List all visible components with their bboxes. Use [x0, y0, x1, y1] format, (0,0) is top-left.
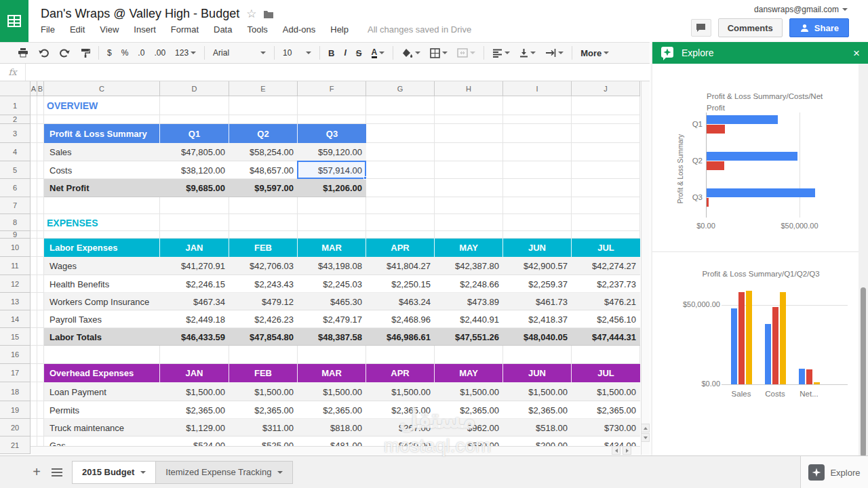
row-header[interactable]: 5	[0, 161, 31, 179]
cell[interactable]: Truck maintenance	[44, 419, 160, 436]
cell[interactable]: $47,854.80	[229, 328, 298, 346]
cell[interactable]: $9,597.00	[229, 179, 298, 197]
cell[interactable]: $46,986.61	[366, 328, 435, 346]
vertical-scrollbar[interactable]	[641, 81, 650, 455]
redo-button[interactable]	[59, 48, 71, 58]
cell[interactable]: $479.12	[229, 293, 298, 310]
explore-button[interactable]: Explore	[800, 456, 868, 488]
vertical-align-button[interactable]	[519, 48, 536, 58]
column-header[interactable]: B	[37, 81, 44, 96]
table-header-cell[interactable]: Profit & Loss Summary	[44, 124, 160, 143]
cell[interactable]: $518.00	[503, 419, 572, 436]
menu-edit[interactable]: Edit	[70, 24, 85, 35]
table-header-cell[interactable]: JAN	[160, 364, 229, 382]
row-header[interactable]: 6	[0, 179, 31, 197]
bold-button[interactable]: B	[328, 48, 334, 58]
sheet-tab-itemized-expense-tracking[interactable]: Itemized Expense Tracking	[156, 461, 293, 484]
menu-format[interactable]: Format	[171, 24, 199, 35]
table-header-cell[interactable]: Q1	[160, 124, 229, 143]
cell[interactable]: $1,206.00	[298, 179, 366, 197]
cell[interactable]: $42,706.03	[229, 257, 298, 275]
cell[interactable]: $2,468.96	[366, 310, 435, 328]
cell[interactable]: $2,440.91	[435, 310, 503, 328]
table-header-cell[interactable]: Q3	[298, 124, 366, 143]
cell[interactable]: $59,120.00	[298, 143, 366, 161]
row-header[interactable]: 11	[0, 257, 31, 275]
cell[interactable]: $42,387.80	[435, 257, 503, 275]
cell[interactable]: $267.00	[366, 419, 435, 436]
table-header-cell[interactable]: FEB	[229, 239, 298, 257]
scroll-left-button[interactable]	[612, 446, 620, 455]
cell[interactable]: $38,120.00	[160, 161, 229, 179]
cell[interactable]: $1,129.00	[160, 419, 229, 436]
table-header-cell[interactable]: APR	[366, 364, 435, 382]
scroll-down-button[interactable]	[641, 433, 650, 442]
column-header[interactable]: J	[572, 81, 640, 96]
menu-view[interactable]: View	[100, 24, 119, 35]
horizontal-align-button[interactable]	[492, 49, 510, 58]
row-header[interactable]: 16	[0, 346, 31, 364]
table-header-cell[interactable]: JUN	[503, 364, 572, 382]
row-header[interactable]: 17	[0, 364, 31, 382]
cell[interactable]: $2,243.43	[229, 275, 298, 293]
cell[interactable]: $1,500.00	[298, 382, 366, 401]
table-header-cell[interactable]: JUL	[572, 239, 640, 257]
table-header-cell[interactable]: MAR	[298, 364, 366, 382]
scroll-right-button[interactable]	[623, 446, 631, 455]
cell[interactable]: $2,365.00	[366, 401, 435, 419]
cell[interactable]: $1,500.00	[503, 382, 572, 401]
cell[interactable]: Health Benefits	[44, 275, 160, 293]
cell[interactable]: Labor Totals	[44, 328, 160, 346]
cell[interactable]: $1,500.00	[229, 382, 298, 401]
table-header-cell[interactable]: FEB	[229, 364, 298, 382]
spreadsheet-grid[interactable]: OVERVIEWProfit & Loss SummaryQ1Q2Q3Sales…	[0, 81, 650, 455]
close-icon[interactable]: ×	[853, 47, 860, 59]
column-header[interactable]: E	[229, 81, 298, 96]
cell[interactable]: $41,270.91	[160, 257, 229, 275]
cell[interactable]: $48,657.00	[229, 161, 298, 179]
text-wrap-button[interactable]	[545, 49, 564, 57]
save-status[interactable]: All changes saved in Drive	[368, 24, 471, 35]
cell[interactable]: Wages	[44, 257, 160, 275]
row-header[interactable]: 13	[0, 293, 31, 310]
cell[interactable]: $1,500.00	[160, 382, 229, 401]
cell[interactable]: $1,500.00	[572, 382, 640, 401]
font-size-select[interactable]: 10	[283, 48, 311, 58]
cell[interactable]: $2,426.23	[229, 310, 298, 328]
more-button[interactable]: More	[580, 48, 609, 58]
column-header[interactable]: I	[503, 81, 572, 96]
cell[interactable]: $473.89	[435, 293, 503, 310]
strikethrough-button[interactable]: S	[356, 48, 362, 58]
table-header-cell[interactable]: Q2	[229, 124, 298, 143]
cell[interactable]: $42,900.57	[503, 257, 572, 275]
cell[interactable]: $476.21	[572, 293, 640, 310]
explore-scrollbar[interactable]	[859, 64, 868, 455]
folder-icon[interactable]	[263, 9, 274, 18]
italic-button[interactable]: I	[344, 48, 346, 58]
cell[interactable]: $818.00	[298, 419, 366, 436]
decrease-decimal-button[interactable]: .0	[138, 48, 144, 58]
cell[interactable]: Loan Payment	[44, 382, 160, 401]
cell[interactable]: Workers Comp Insurance	[44, 293, 160, 310]
table-header-cell[interactable]: MAY	[435, 239, 503, 257]
menu-addons[interactable]: Add-ons	[283, 24, 315, 35]
account-menu[interactable]: danswraps@gmail.com	[754, 5, 848, 14]
column-header[interactable]: C	[44, 81, 160, 96]
cell[interactable]: $467.34	[160, 293, 229, 310]
cell[interactable]: $463.24	[366, 293, 435, 310]
format-currency-button[interactable]: $	[107, 48, 112, 58]
paint-format-button[interactable]	[80, 48, 90, 58]
chat-button[interactable]	[691, 19, 711, 37]
row-header[interactable]: 3	[0, 124, 31, 143]
cell[interactable]: $2,456.10	[572, 310, 640, 328]
row-header[interactable]: 14	[0, 310, 31, 328]
cell[interactable]: $2,365.00	[160, 401, 229, 419]
add-sheet-button[interactable]: +	[27, 464, 46, 480]
format-percent-button[interactable]: %	[121, 48, 129, 58]
cell[interactable]: $962.00	[435, 419, 503, 436]
selected-cell[interactable]	[297, 161, 366, 179]
table-header-cell[interactable]: APR	[366, 239, 435, 257]
column-header[interactable]: F	[298, 81, 366, 96]
borders-button[interactable]	[430, 48, 448, 58]
horizontal-scrollbar[interactable]	[31, 446, 640, 455]
